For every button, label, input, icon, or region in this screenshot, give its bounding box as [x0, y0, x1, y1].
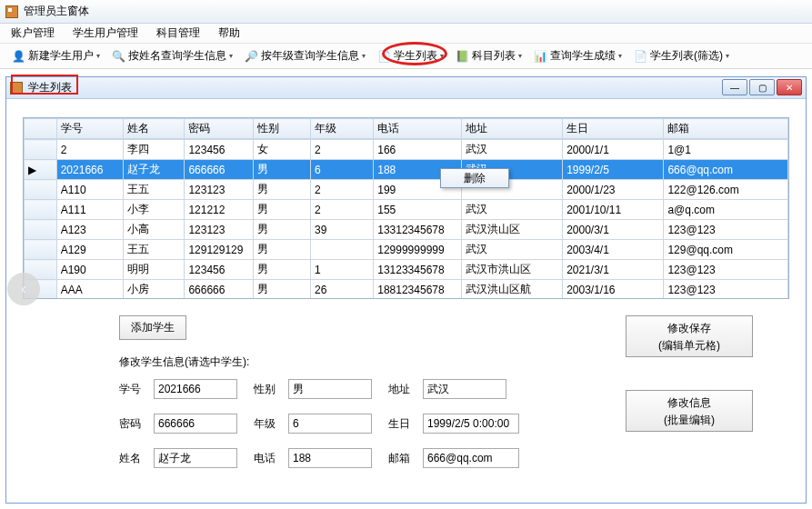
table-cell[interactable]: 男: [253, 280, 310, 299]
table-cell[interactable]: 女: [253, 140, 310, 160]
table-cell[interactable]: 赵子龙: [124, 160, 185, 180]
table-cell[interactable]: 2003/4/1: [563, 240, 664, 260]
column-header[interactable]: 年级: [310, 119, 373, 139]
table-cell[interactable]: A129: [56, 240, 124, 260]
nav-back-circle[interactable]: ‹: [7, 273, 40, 305]
column-header[interactable]: 学号: [56, 119, 124, 139]
table-row[interactable]: AAA小房666666男2618812345678武汉洪山区航2003/1/16…: [25, 280, 788, 299]
table-cell[interactable]: 男: [253, 240, 310, 260]
menu-student-user[interactable]: 学生用户管理: [73, 25, 138, 41]
table-cell[interactable]: 2: [56, 140, 124, 160]
table-cell[interactable]: 123456: [185, 260, 254, 280]
toolbar-item-3[interactable]: 📄学生列表▾: [373, 46, 447, 65]
input-gender[interactable]: [288, 379, 372, 399]
table-cell[interactable]: 666666: [185, 160, 254, 180]
table-cell[interactable]: 18812345678: [374, 280, 462, 299]
table-row[interactable]: A123小高123123男3913312345678武汉洪山区2000/3/11…: [25, 220, 788, 240]
table-cell[interactable]: 明明: [124, 260, 185, 280]
table-cell[interactable]: 王五: [124, 180, 185, 200]
table-cell[interactable]: 123123: [185, 220, 254, 240]
table-cell[interactable]: 2: [310, 200, 373, 220]
table-cell[interactable]: 2021666: [56, 160, 124, 180]
table-cell[interactable]: a@q.com: [664, 200, 788, 220]
table-row[interactable]: A110王五123123男21992000/1/23122@126.com: [25, 180, 788, 200]
row-header[interactable]: ▶: [25, 160, 57, 180]
menu-account[interactable]: 账户管理: [11, 25, 55, 41]
table-cell[interactable]: 2000/1/1: [563, 140, 664, 160]
table-cell[interactable]: 6: [310, 160, 373, 180]
column-header[interactable]: 地址: [461, 119, 562, 139]
table-cell[interactable]: 男: [253, 160, 310, 180]
table-row[interactable]: A111小李121212男2155武汉2001/10/11a@q.com: [25, 200, 788, 220]
data-grid[interactable]: 学号姓名密码性别年级电话地址生日邮箱 2李四123456女2166武汉2000/…: [23, 117, 789, 299]
table-cell[interactable]: 武汉洪山区: [461, 220, 562, 240]
close-button[interactable]: ✕: [777, 79, 802, 95]
table-cell[interactable]: 666@qq.com: [664, 160, 788, 180]
table-cell[interactable]: 26: [310, 280, 373, 299]
table-cell[interactable]: 武汉: [461, 140, 562, 160]
table-cell[interactable]: 2: [310, 140, 373, 160]
table-cell[interactable]: 武汉洪山区航: [461, 280, 562, 299]
table-row[interactable]: 2李四123456女2166武汉2000/1/11@1: [25, 140, 788, 160]
table-cell[interactable]: 2000/1/23: [563, 180, 664, 200]
column-header[interactable]: 邮箱: [664, 119, 788, 139]
add-student-button[interactable]: 添加学生: [119, 315, 186, 340]
save-edit-button[interactable]: 修改保存(编辑单元格): [626, 315, 753, 357]
column-header[interactable]: 密码: [185, 119, 254, 139]
input-pwd[interactable]: [154, 414, 237, 434]
table-cell[interactable]: 王五: [124, 240, 185, 260]
column-header[interactable]: 生日: [563, 119, 664, 139]
table-cell[interactable]: 2001/10/11: [563, 200, 664, 220]
toolbar-item-2[interactable]: 🔎按年级查询学生信息▾: [240, 46, 369, 65]
table-cell[interactable]: 12999999999: [374, 240, 462, 260]
table-row[interactable]: A190明明123456男113123345678武汉市洪山区2021/3/11…: [25, 260, 788, 280]
table-cell[interactable]: AAA: [56, 280, 124, 299]
table-cell[interactable]: 1@1: [664, 140, 788, 160]
toolbar-item-1[interactable]: 🔍按姓名查询学生信息▾: [107, 46, 236, 65]
table-cell[interactable]: 155: [374, 200, 462, 220]
table-cell[interactable]: 2: [310, 180, 373, 200]
table-cell[interactable]: 2021/3/1: [563, 260, 664, 280]
table-cell[interactable]: 男: [253, 220, 310, 240]
table-cell[interactable]: 2000/3/1: [563, 220, 664, 240]
toolbar-item-0[interactable]: 👤新建学生用户▾: [7, 46, 104, 65]
table-cell[interactable]: 武汉市洪山区: [461, 260, 562, 280]
table-cell[interactable]: 121212: [185, 200, 254, 220]
menu-help[interactable]: 帮助: [218, 25, 240, 41]
toolbar-item-5[interactable]: 📊查询学生成绩▾: [529, 46, 626, 65]
table-cell[interactable]: A123: [56, 220, 124, 240]
table-cell[interactable]: 2003/1/16: [563, 280, 664, 299]
input-addr[interactable]: [423, 379, 506, 399]
table-cell[interactable]: 166: [374, 140, 462, 160]
input-grade[interactable]: [288, 414, 372, 434]
menu-subject[interactable]: 科目管理: [156, 25, 200, 41]
table-cell[interactable]: 39: [310, 220, 373, 240]
column-header[interactable]: 性别: [253, 119, 310, 139]
table-cell[interactable]: 小房: [124, 280, 185, 299]
toolbar-item-6[interactable]: 📄学生列表(筛选)▾: [629, 46, 733, 65]
table-row[interactable]: A129王五129129129男12999999999武汉2003/4/1129…: [25, 240, 788, 260]
table-cell[interactable]: 123@123: [664, 280, 788, 299]
table-cell[interactable]: 小高: [124, 220, 185, 240]
toolbar-item-4[interactable]: 📗科目列表▾: [451, 46, 526, 65]
row-header[interactable]: [25, 140, 57, 160]
input-email[interactable]: [423, 448, 519, 468]
row-header[interactable]: [25, 200, 57, 220]
table-cell[interactable]: 129129129: [185, 240, 254, 260]
table-cell[interactable]: 123@123: [664, 220, 788, 240]
minimize-button[interactable]: —: [722, 79, 747, 95]
table-cell[interactable]: 1: [310, 260, 373, 280]
table-cell[interactable]: 小李: [124, 200, 185, 220]
table-cell[interactable]: 男: [253, 260, 310, 280]
table-cell[interactable]: 123123: [185, 180, 254, 200]
row-header[interactable]: [25, 220, 57, 240]
table-cell[interactable]: 武汉: [461, 240, 562, 260]
table-cell[interactable]: A190: [56, 260, 124, 280]
table-cell[interactable]: 123456: [185, 140, 254, 160]
context-menu-delete[interactable]: 删除: [440, 168, 509, 188]
table-cell[interactable]: 1999/2/5: [563, 160, 664, 180]
batch-edit-button[interactable]: 修改信息(批量编辑): [626, 390, 753, 432]
table-cell[interactable]: 武汉: [461, 200, 562, 220]
table-cell[interactable]: 男: [253, 180, 310, 200]
table-cell[interactable]: 13312345678: [374, 220, 462, 240]
